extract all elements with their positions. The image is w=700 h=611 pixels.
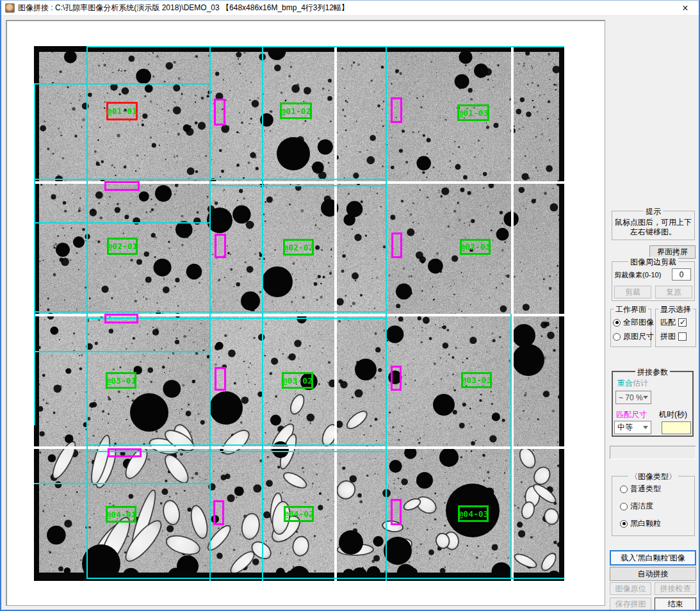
- auto-stitch-button[interactable]: 自动拼接: [610, 567, 696, 581]
- radio-bw-particles[interactable]: 黑白颗粒: [620, 518, 661, 529]
- radio-label: 普通类型: [630, 484, 661, 494]
- overlap-estimate-label: 估计: [633, 379, 648, 387]
- display-group: 显示选择 匹配 拼图: [655, 309, 696, 347]
- radio-all-images[interactable]: 全部图像: [613, 317, 654, 328]
- hint-group-title: 提示: [644, 206, 663, 217]
- image-origin-button: 图像原位: [610, 582, 651, 595]
- crop-pixels-label: 剪裁像素(0-10): [614, 270, 661, 280]
- chevron-down-icon: [643, 426, 648, 429]
- status-strip: [610, 446, 696, 459]
- overlap-label: 重合: [617, 379, 633, 387]
- control-panel: 提示 鼠标点图后，可用上下左右键移图。 界面拷屏 图像周边剪裁 剪裁像素(0-1…: [605, 20, 697, 606]
- checkbox-icon: [678, 332, 687, 341]
- window-title: 图像拼接 : C:\孔隙率图像分析系统(演示版 2018)\DEMO_03 【6…: [18, 3, 349, 13]
- app-window: 图像拼接 : C:\孔隙率图像分析系统(演示版 2018)\DEMO_03 【6…: [0, 0, 700, 611]
- crop-group: 图像周边剪裁 剪裁像素(0-10) 剪裁 复原: [612, 261, 695, 301]
- workspace-group-title: 工作界面: [614, 304, 648, 315]
- restore-button: 复原: [655, 286, 692, 298]
- app-icon: [5, 3, 15, 13]
- match-size-label: 匹配尺寸: [616, 409, 647, 420]
- stitched-image-canvas[interactable]: [34, 46, 564, 581]
- radio-icon: [620, 503, 628, 510]
- radio-label: 清洁度: [630, 501, 653, 512]
- end-button[interactable]: 结束: [655, 598, 696, 610]
- load-bw-particles-button[interactable]: 载入'黑白颗粒'图像: [610, 550, 696, 566]
- radio-icon: [620, 485, 628, 493]
- checkbox-stitch[interactable]: 拼图: [660, 331, 687, 342]
- hint-group: 提示 鼠标点图后，可用上下左右键移图。: [612, 211, 695, 240]
- radio-original-size[interactable]: 原图尺寸: [613, 331, 654, 342]
- radio-normal-type[interactable]: 普通类型: [620, 484, 661, 494]
- hint-text: 鼠标点图后，可用上下左右键移图。: [614, 218, 692, 237]
- image-container: @01-01@01-02@01-03@02-01@02-02@02-03@03-…: [6, 20, 605, 606]
- crop-group-title: 图像周边剪裁: [628, 257, 678, 268]
- checkbox-label: 匹配: [660, 317, 676, 328]
- crop-button: 剪裁: [614, 286, 651, 298]
- radio-label: 全部图像: [623, 317, 654, 328]
- checkbox-label: 拼图: [660, 331, 676, 342]
- crop-pixels-input[interactable]: [672, 268, 691, 281]
- machine-time-input[interactable]: [662, 421, 691, 434]
- image-type-group: 〈图像类型〉 普通类型 清洁度 黑白颗粒: [612, 476, 695, 536]
- machine-time-label: 机时(秒): [659, 409, 687, 420]
- radio-label: 原图尺寸: [623, 331, 654, 342]
- client-area: @01-01@01-02@01-03@02-01@02-02@02-03@03-…: [1, 16, 699, 610]
- stitch-params-group: 拼接参数 重合估计 ~ 70 % 匹配尺寸 机时(秒) 中等: [612, 371, 694, 437]
- save-stitch-button: 保存拼图: [610, 598, 651, 610]
- stitch-params-title: 拼接参数: [635, 367, 670, 378]
- title-bar: 图像拼接 : C:\孔隙率图像分析系统(演示版 2018)\DEMO_03 【6…: [1, 1, 699, 16]
- radio-icon: [613, 333, 621, 341]
- image-type-title: 〈图像类型〉: [628, 471, 678, 482]
- overlap-combobox[interactable]: ~ 70 %: [615, 391, 651, 404]
- close-icon[interactable]: ×: [676, 3, 695, 13]
- checkbox-match[interactable]: 匹配: [660, 317, 687, 328]
- display-group-title: 显示选择: [658, 304, 693, 315]
- overlap-value: ~ 70 %: [619, 393, 643, 402]
- radio-label: 黑白颗粒: [630, 518, 661, 529]
- radio-cleanliness[interactable]: 清洁度: [620, 501, 653, 512]
- radio-icon: [620, 520, 628, 528]
- workspace-group: 工作界面 全部图像 原图尺寸: [610, 309, 651, 347]
- checkbox-icon: [678, 318, 687, 327]
- stitch-check-button: 拼接检查: [655, 582, 696, 595]
- match-size-value: 中等: [617, 422, 633, 433]
- chevron-down-icon: [643, 396, 648, 399]
- radio-icon: [613, 319, 621, 327]
- match-size-combobox[interactable]: 中等: [614, 421, 651, 434]
